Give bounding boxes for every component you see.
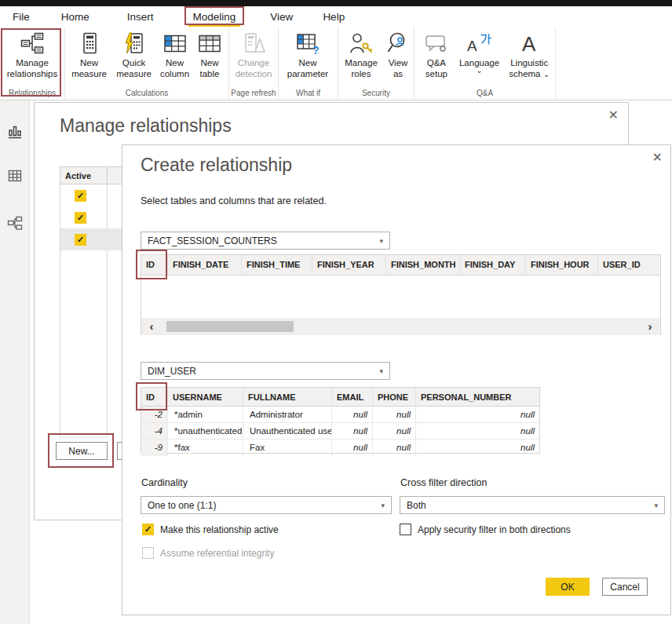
svg-text:A: A: [467, 38, 477, 54]
relationship-row-selected[interactable]: ✓: [60, 228, 123, 250]
table1-header-id[interactable]: ID: [141, 255, 168, 275]
cell-fullname: Fax: [243, 440, 332, 456]
cross-filter-label: Cross filter direction: [400, 477, 487, 488]
table1-select-value: FACT_SESSION_COUNTERS: [148, 235, 277, 246]
ribbon: Manage relationships Relationships New m…: [0, 27, 672, 100]
apply-security-filter-checkbox-row[interactable]: Apply security filter in both directions: [400, 524, 571, 535]
active-checkbox[interactable]: ✓: [75, 212, 86, 224]
checked-checkbox[interactable]: ✓: [142, 524, 154, 535]
cardinality-select[interactable]: One to one (1:1) ▾: [141, 496, 392, 514]
table-row: -9 *fax Fax null null null: [141, 440, 539, 456]
table2-header[interactable]: PERSONAL_NUMBER: [416, 388, 539, 406]
chevron-down-icon: ⌄: [476, 68, 482, 73]
relationship-row[interactable]: ✓: [60, 184, 123, 206]
close-icon[interactable]: ✕: [652, 151, 663, 164]
assume-referential-integrity-checkbox-row[interactable]: Assume referential integrity: [142, 547, 274, 559]
tab-home[interactable]: Home: [61, 11, 89, 23]
ribbon-spacer: [556, 27, 672, 100]
table1-header[interactable]: FINISH_DATE: [168, 255, 242, 275]
svg-text:?: ?: [312, 44, 320, 55]
unchecked-checkbox[interactable]: [400, 524, 411, 535]
table1-header[interactable]: FINISH_YEAR: [312, 255, 386, 275]
manage-relationships-button[interactable]: Manage relationships: [1, 27, 64, 79]
new-parameter-label: New parameter: [280, 57, 335, 79]
new-column-label: New column: [156, 57, 193, 79]
table2-header[interactable]: USERNAME: [168, 388, 243, 406]
new-table-button[interactable]: New table: [193, 27, 226, 79]
check-icon: ✓: [77, 235, 84, 245]
manage-relationships-label: Manage relationships: [1, 57, 64, 79]
scroll-left-icon[interactable]: ‹: [141, 318, 162, 335]
cell-email: null: [332, 440, 373, 456]
table1-header[interactable]: FINISH_DAY: [460, 255, 526, 275]
ok-button[interactable]: OK: [546, 578, 590, 596]
new-measure-label: New measure: [67, 57, 111, 79]
table1-select[interactable]: FACT_SESSION_COUNTERS ▾: [141, 232, 390, 250]
cross-filter-value: Both: [407, 500, 426, 511]
tab-file[interactable]: File: [13, 11, 30, 23]
active-checkbox[interactable]: ✓: [75, 234, 86, 246]
quick-measure-button[interactable]: Quick measure: [111, 27, 156, 79]
close-icon[interactable]: ✕: [608, 109, 619, 122]
qa-setup-button[interactable]: Q&A setup: [418, 27, 455, 79]
chevron-down-icon: ⌄: [543, 70, 550, 78]
cell-phone: null: [373, 440, 416, 456]
report-view-icon[interactable]: [7, 124, 23, 140]
table1-header[interactable]: USER_ID: [598, 255, 660, 275]
manage-roles-button[interactable]: Manage roles: [340, 27, 382, 79]
dropdown-arrow-icon: ▾: [654, 502, 658, 509]
table1-header[interactable]: FINISH_MONTH: [386, 255, 460, 275]
disabled-checkbox[interactable]: [142, 547, 154, 559]
language-button[interactable]: A Language ⌄: [455, 27, 504, 73]
active-checkbox[interactable]: ✓: [75, 190, 86, 202]
table2-header-row: ID USERNAME FULLNAME EMAIL PHONE PERSONA…: [141, 388, 539, 407]
new-measure-button[interactable]: New measure: [67, 27, 111, 79]
quick-measure-icon: [122, 31, 146, 56]
table2-header-id[interactable]: ID: [141, 388, 168, 406]
view-as-button[interactable]: View as: [382, 27, 414, 79]
change-detection-button[interactable]: Change detection: [231, 27, 276, 79]
table1-empty-body: [141, 276, 660, 318]
cell-fullname: Unauthenticated user: [243, 423, 332, 439]
table2-header[interactable]: EMAIL: [332, 388, 373, 406]
dropdown-arrow-icon: ▾: [379, 237, 383, 245]
make-relationship-active-checkbox-row[interactable]: ✓ Make this relationship active: [142, 524, 279, 535]
tab-modeling[interactable]: Modeling: [187, 9, 243, 24]
table-row: -2 *admin Administrator null null null: [141, 407, 539, 423]
speech-bubble-gear-icon: [425, 31, 448, 56]
scroll-right-icon[interactable]: ›: [640, 318, 660, 335]
linguistic-schema-button[interactable]: A Linguistic schema ⌄: [503, 27, 555, 79]
new-parameter-button[interactable]: ? New parameter: [280, 27, 335, 79]
create-dialog-subtitle: Select tables and columns that are relat…: [141, 195, 327, 206]
table-row: -4 *unauthenticated Unauthenticated user…: [141, 423, 539, 440]
cross-filter-select[interactable]: Both ▾: [400, 496, 665, 514]
cardinality-label: Cardinality: [141, 477, 188, 488]
cell-id: -9: [141, 440, 168, 456]
table2-select[interactable]: DIM_USER ▾: [141, 362, 390, 380]
tab-help[interactable]: Help: [323, 11, 345, 23]
cell-id: -4: [141, 423, 168, 439]
new-relationship-button[interactable]: New...: [56, 442, 108, 460]
table2-header[interactable]: FULLNAME: [243, 388, 332, 406]
new-column-button[interactable]: New column: [156, 27, 193, 79]
make-relationship-active-label: Make this relationship active: [160, 524, 279, 535]
model-view-icon[interactable]: [7, 215, 23, 231]
table1-header[interactable]: FINISH_HOUR: [526, 255, 598, 275]
tab-insert[interactable]: Insert: [127, 11, 154, 23]
data-view-icon[interactable]: [7, 168, 23, 184]
relationship-row[interactable]: ✓: [60, 206, 123, 228]
check-icon: ✓: [144, 524, 152, 535]
cell-username: *unauthenticated: [168, 423, 243, 439]
tab-view[interactable]: View: [270, 11, 293, 23]
new-table-icon: [198, 31, 221, 56]
table1-header[interactable]: FINISH_TIME: [242, 255, 312, 275]
table1-horizontal-scrollbar[interactable]: ‹ ›: [141, 318, 660, 335]
active-column-header: Active: [60, 166, 108, 184]
partial-column-header: [108, 166, 123, 184]
table2-header[interactable]: PHONE: [373, 388, 416, 406]
qa-setup-label: Q&A setup: [418, 57, 455, 79]
svg-text:A: A: [522, 32, 536, 55]
scrollbar-thumb[interactable]: [166, 321, 294, 332]
cancel-button[interactable]: Cancel: [602, 578, 648, 596]
ribbon-group-calculations: New measure Quick measure N: [65, 27, 229, 100]
